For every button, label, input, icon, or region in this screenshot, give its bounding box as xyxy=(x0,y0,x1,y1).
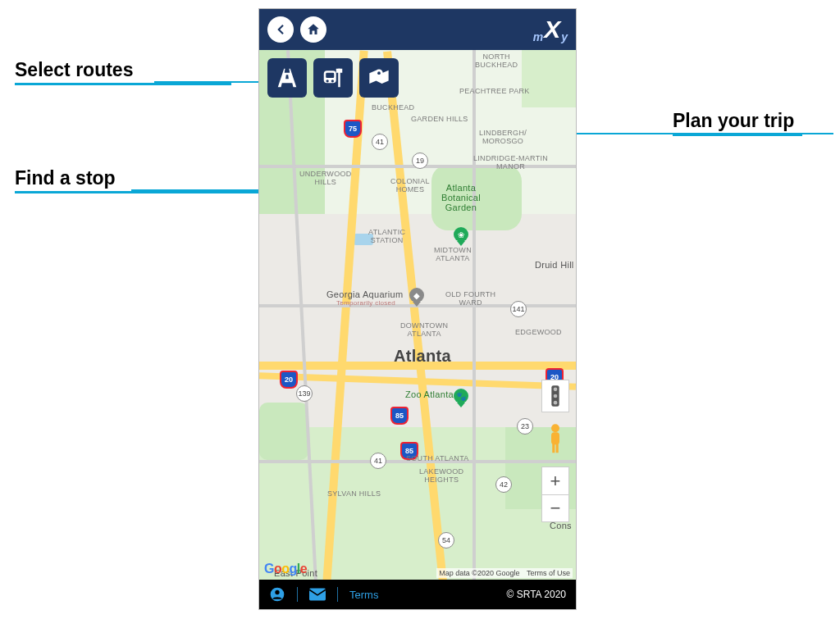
map-label: ATLANTIC STATION xyxy=(368,229,405,245)
mail-icon xyxy=(309,588,326,601)
streetview-pegman[interactable] xyxy=(541,422,569,457)
svg-point-9 xyxy=(554,394,558,398)
svg-point-6 xyxy=(377,71,381,75)
map-park xyxy=(522,50,576,107)
map-label: OLD FOURTH WARD xyxy=(445,291,495,307)
map-park xyxy=(259,403,308,460)
app-header: m X y xyxy=(259,9,576,50)
map-label: Temporarily closed xyxy=(336,300,395,307)
map-label-city: Atlanta xyxy=(394,347,451,365)
svg-point-16 xyxy=(275,590,279,594)
hwy-shield-i20: 20 xyxy=(280,371,298,389)
traffic-light-icon xyxy=(548,385,563,407)
hwy-shield-i75: 75 xyxy=(344,120,362,138)
svg-point-10 xyxy=(554,401,558,405)
map-label: SYLVAN HILLS xyxy=(327,490,381,498)
map-attribution: Map data ©2020 Google Terms of Use xyxy=(436,568,573,578)
account-button[interactable] xyxy=(269,586,285,603)
map-label: SOUTH ATLANTA xyxy=(406,455,469,463)
route-marker: 41 xyxy=(372,134,388,150)
plan-trip-button[interactable] xyxy=(359,58,399,98)
map-label: LINDBERGH/ MOROSGO xyxy=(479,130,527,146)
route-marker: 41 xyxy=(370,453,386,469)
home-button[interactable] xyxy=(300,16,326,43)
find-stop-button[interactable] xyxy=(313,58,353,98)
route-marker: 54 xyxy=(438,532,454,548)
phone-frame: m X y 75 85 85 20 20 41 19 141 xyxy=(259,9,576,609)
divider xyxy=(337,587,338,602)
map-label: PEACHTREE PARK xyxy=(459,88,530,96)
hwy-shield-i85: 85 xyxy=(390,407,409,425)
map-label: EDGEWOOD xyxy=(515,329,562,337)
svg-point-2 xyxy=(326,80,329,82)
map-controls: + − xyxy=(541,380,569,522)
poi-pin-botanical: ❀ xyxy=(454,227,468,242)
road-icon xyxy=(275,66,299,90)
route-marker: 19 xyxy=(412,152,428,169)
map-label: LAKEWOOD HEIGHTS xyxy=(419,468,463,485)
app-logo: m X y xyxy=(533,16,568,43)
map-label: NORTH BUCKHEAD xyxy=(475,53,518,70)
map-label: MIDTOWN ATLANTA xyxy=(434,247,472,263)
map-label: BUCKHEAD xyxy=(372,104,414,112)
map-label: Zoo Atlanta xyxy=(405,389,454,399)
svg-point-3 xyxy=(331,80,334,82)
road xyxy=(472,50,476,580)
pegman-icon xyxy=(545,423,566,456)
route-marker: 139 xyxy=(296,385,313,402)
zoom-in-button[interactable]: + xyxy=(541,467,569,494)
terms-link[interactable]: Terms xyxy=(349,589,378,601)
zoom-out-button[interactable]: − xyxy=(541,494,569,522)
map-label: LINDRIDGE-MARTIN MANOR xyxy=(473,155,548,171)
svg-point-8 xyxy=(554,388,558,392)
mail-button[interactable] xyxy=(309,588,326,601)
map-label: GARDEN HILLS xyxy=(411,116,468,124)
svg-rect-12 xyxy=(551,432,559,444)
svg-rect-1 xyxy=(326,73,334,78)
map-label: UNDERWOOD HILLS xyxy=(299,171,352,187)
traffic-toggle[interactable] xyxy=(541,380,569,412)
bus-stop-icon xyxy=(321,66,345,90)
select-routes-button[interactable] xyxy=(267,58,307,98)
google-logo: Google xyxy=(264,562,307,576)
poi-pin-aquarium: ◆ xyxy=(409,288,424,303)
app-footer: Terms © SRTA 2020 xyxy=(259,580,576,609)
map-label: Georgia Aquarium xyxy=(326,289,403,299)
route-marker: 23 xyxy=(517,418,533,435)
map-label: Druid Hill xyxy=(535,260,574,270)
svg-rect-14 xyxy=(556,444,559,453)
arrow-select-routes xyxy=(154,81,261,83)
home-icon xyxy=(306,22,321,37)
arrow-left-icon xyxy=(273,22,288,37)
svg-rect-5 xyxy=(336,69,343,73)
terms-of-use-link[interactable]: Terms of Use xyxy=(527,569,570,577)
poi-pin-zoo: 🐾 xyxy=(454,389,468,403)
map-label: Atlanta Botanical Garden xyxy=(441,183,481,212)
map-canvas[interactable]: 75 85 85 20 20 41 19 141 139 23 41 42 54… xyxy=(259,50,576,580)
svg-rect-13 xyxy=(552,444,555,453)
zoom-controls: + − xyxy=(541,467,569,522)
map-pin-icon xyxy=(368,66,390,89)
route-marker: 141 xyxy=(510,301,527,317)
back-button[interactable] xyxy=(267,16,294,43)
user-circle-icon xyxy=(269,586,285,603)
map-toolbox xyxy=(267,58,399,98)
map-label: DOWNTOWN ATLANTA xyxy=(400,322,448,339)
divider xyxy=(297,587,298,602)
copyright-text: © SRTA 2020 xyxy=(507,589,566,600)
map-label: COLONIAL HOMES xyxy=(390,178,430,194)
svg-point-11 xyxy=(551,424,559,432)
route-marker: 42 xyxy=(495,476,512,493)
